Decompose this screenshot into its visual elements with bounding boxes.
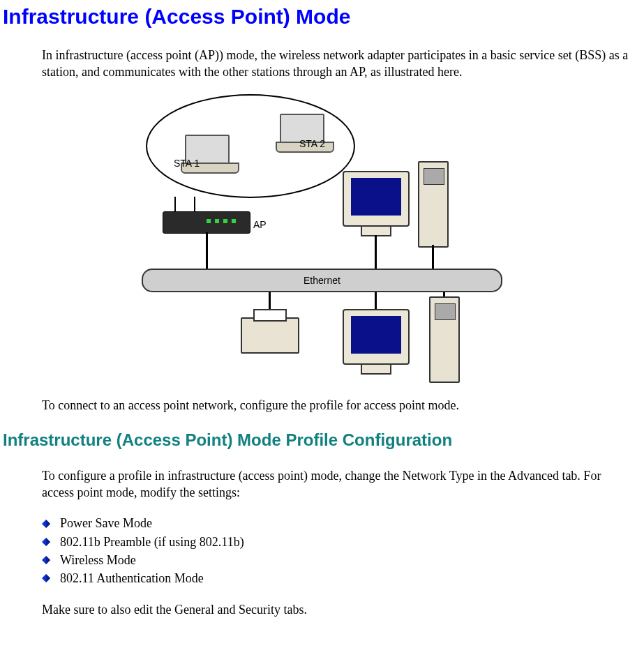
bullet-icon [42,520,50,528]
cable-tower1-icon [432,245,434,269]
network-diagram: STA 1 STA 2 AP Ethernet [0,94,644,373]
config-block: To configure a profile in infrastructure… [42,467,631,618]
desktop-1-monitor-icon [343,171,410,227]
svg-marker-3 [46,538,50,546]
cable-ap-icon [206,232,208,269]
svg-marker-7 [46,574,50,582]
heading-profile-configuration: Infrastructure (Access Point) Mode Profi… [3,429,644,451]
desktop-2-stand-icon [361,363,391,375]
list-item-label: 802.11 Authentication Mode [60,570,204,587]
printer-icon [241,317,299,354]
document-page: Infrastructure (Access Point) Mode In in… [0,3,644,660]
desktop-1-tower-icon [418,161,449,248]
access-point-icon [163,211,250,234]
paragraph-also-edit: Make sure to also edit the General and S… [42,601,631,618]
desktop-2-tower-icon [429,296,460,383]
list-item: 802.11b Preamble (if using 802.11b) [42,534,631,550]
bullet-icon [42,574,50,582]
list-item: Power Save Mode [42,515,631,531]
desktop-2-monitor-icon [343,309,410,365]
svg-marker-1 [46,520,50,528]
bullet-icon [42,538,50,546]
list-item-label: Wireless Mode [60,552,136,568]
label-sta2: STA 2 [299,137,325,151]
heading-infrastructure-mode: Infrastructure (Access Point) Mode [3,3,644,31]
svg-marker-5 [46,556,50,564]
list-item-label: Power Save Mode [60,515,152,531]
settings-list: Power Save Mode 802.11b Preamble (if usi… [42,515,631,587]
label-ap: AP [253,218,267,232]
list-item: Wireless Mode [42,552,631,568]
list-item: 802.11 Authentication Mode [42,570,631,587]
after-diagram-block: To connect to an access point network, c… [42,397,631,414]
cable-desktop2-icon [375,291,377,309]
cable-desktop1-icon [375,235,377,269]
paragraph-connect: To connect to an access point network, c… [42,397,631,414]
paragraph-intro: In infrastructure (access point (AP)) mo… [42,47,631,81]
label-sta1: STA 1 [174,157,200,170]
label-ethernet: Ethernet [304,274,340,287]
intro-block: In infrastructure (access point (AP)) mo… [42,47,631,81]
paragraph-configure: To configure a profile in infrastructure… [42,467,631,501]
ethernet-pipe-icon: Ethernet [142,269,502,292]
bullet-icon [42,556,50,564]
list-item-label: 802.11b Preamble (if using 802.11b) [60,534,244,550]
